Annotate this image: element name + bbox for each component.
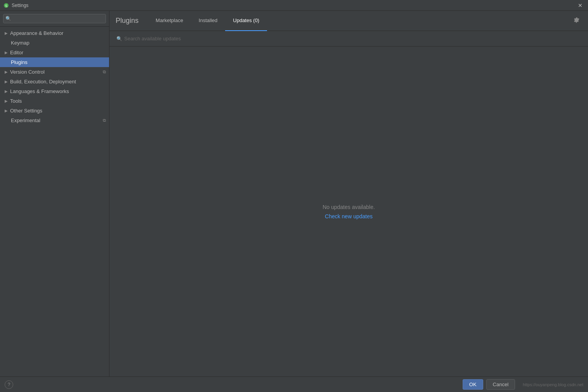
sidebar-item-plugins[interactable]: Plugins xyxy=(0,57,109,67)
arrow-icon: ▶ xyxy=(5,79,8,84)
tab-updates[interactable]: Updates (0) xyxy=(225,11,267,31)
content-search-icon: 🔍 xyxy=(116,36,122,41)
arrow-icon: ▶ xyxy=(5,31,8,35)
sidebar-item-label: Keymap xyxy=(11,40,106,46)
sidebar-item-build[interactable]: ▶ Build, Execution, Deployment xyxy=(0,77,109,86)
sidebar-search-container: 🔍 xyxy=(0,11,109,27)
sidebar-item-label: Tools xyxy=(10,98,106,104)
sidebar-item-label: Experimental xyxy=(11,117,103,123)
sidebar-item-experimental[interactable]: Experimental ⧉ xyxy=(0,116,109,125)
url-display: https://ouyanpeng.blog.csdn.net xyxy=(523,382,583,387)
sidebar-item-tools[interactable]: ▶ Tools xyxy=(0,96,109,106)
sidebar-item-appearance[interactable]: ▶ Appearance & Behavior xyxy=(0,28,109,38)
badge-icon: ⧉ xyxy=(103,118,106,123)
main-layout: 🔍 ▶ Appearance & Behavior Keymap ▶ Edito… xyxy=(0,11,588,376)
plugin-title: Plugins xyxy=(116,17,139,25)
footer-buttons: OK Cancel https://ouyanpeng.blog.csdn.ne… xyxy=(463,379,583,390)
arrow-icon: ▶ xyxy=(5,89,8,93)
no-updates-text: No updates available. xyxy=(323,204,375,210)
sidebar-item-keymap[interactable]: Keymap xyxy=(0,38,109,48)
cancel-button[interactable]: Cancel xyxy=(486,379,515,390)
content-body: No updates available. Check new updates xyxy=(109,47,588,376)
sidebar-search-input[interactable] xyxy=(3,14,106,23)
tab-updates-label: Updates (0) xyxy=(233,17,259,23)
arrow-icon: ▶ xyxy=(5,99,8,103)
app-icon: S xyxy=(3,2,9,9)
gear-button[interactable] xyxy=(571,15,582,27)
arrow-icon: ▶ xyxy=(5,109,8,113)
sidebar-item-label: Version Control xyxy=(10,69,103,75)
arrow-icon: ▶ xyxy=(5,70,8,74)
sidebar-item-label: Editor xyxy=(10,50,106,55)
plugin-header: Plugins Marketplace Installed Updates (0… xyxy=(109,11,588,31)
check-updates-link[interactable]: Check new updates xyxy=(325,213,373,219)
sidebar-nav: ▶ Appearance & Behavior Keymap ▶ Editor … xyxy=(0,27,109,376)
ok-button[interactable]: OK xyxy=(463,379,483,390)
sidebar-item-other-settings[interactable]: ▶ Other Settings xyxy=(0,106,109,116)
sidebar-search-icon: 🔍 xyxy=(5,16,11,21)
badge-icon: ⧉ xyxy=(103,69,106,74)
arrow-icon: ▶ xyxy=(5,50,8,55)
sidebar-item-label: Appearance & Behavior xyxy=(10,30,106,36)
content-area: Plugins Marketplace Installed Updates (0… xyxy=(109,11,588,376)
close-button[interactable]: ✕ xyxy=(576,2,585,9)
sidebar-item-languages[interactable]: ▶ Languages & Frameworks xyxy=(0,86,109,96)
tab-installed-label: Installed xyxy=(199,17,217,23)
sidebar-item-editor[interactable]: ▶ Editor xyxy=(0,48,109,57)
content-search: 🔍 xyxy=(109,31,588,47)
title-bar-text: Settings xyxy=(12,3,28,8)
tab-installed[interactable]: Installed xyxy=(191,11,225,31)
tab-marketplace[interactable]: Marketplace xyxy=(148,11,191,31)
help-button[interactable]: ? xyxy=(5,380,13,389)
sidebar: 🔍 ▶ Appearance & Behavior Keymap ▶ Edito… xyxy=(0,11,109,376)
plugin-tabs: Marketplace Installed Updates (0) xyxy=(148,11,571,31)
tab-marketplace-label: Marketplace xyxy=(156,17,183,23)
sidebar-item-label: Plugins xyxy=(11,59,106,65)
sidebar-item-label: Languages & Frameworks xyxy=(10,88,106,94)
sidebar-item-label: Other Settings xyxy=(10,108,106,114)
content-search-input[interactable] xyxy=(114,34,583,43)
title-bar: S Settings ✕ xyxy=(0,0,588,11)
footer: ? OK Cancel https://ouyanpeng.blog.csdn.… xyxy=(0,376,588,392)
sidebar-item-label: Build, Execution, Deployment xyxy=(10,79,106,85)
sidebar-item-version-control[interactable]: ▶ Version Control ⧉ xyxy=(0,67,109,77)
svg-text:S: S xyxy=(5,4,7,8)
